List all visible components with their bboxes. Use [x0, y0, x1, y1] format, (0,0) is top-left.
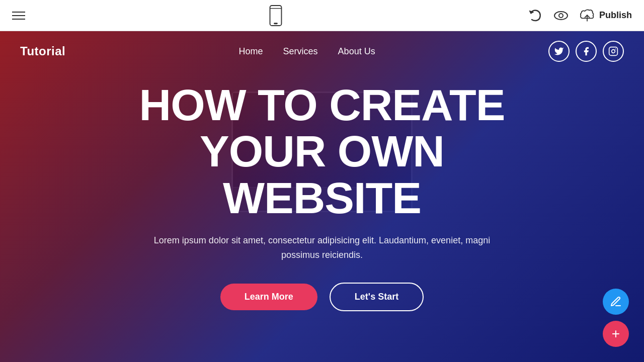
nav-links: Home Services About Us: [239, 46, 375, 57]
fab-add-button[interactable]: +: [603, 321, 629, 347]
hero-section: Tutorial Home Services About Us: [0, 31, 644, 362]
nav-about-link[interactable]: About Us: [338, 46, 375, 57]
toolbar-center: [269, 5, 283, 26]
learn-more-button[interactable]: Learn More: [220, 284, 317, 310]
preview-button[interactable]: [553, 8, 569, 24]
hero-content: HOW TO CREATE YOUR OWN WEBSITE Lorem ips…: [96, 82, 548, 311]
svg-rect-7: [609, 47, 618, 56]
hero-subtitle: Lorem ipsum dolor sit amet, consectetur …: [141, 233, 503, 262]
menu-icon[interactable]: [12, 12, 25, 20]
social-links: [548, 41, 624, 62]
facebook-button[interactable]: [576, 41, 597, 62]
nav-home-link[interactable]: Home: [239, 46, 263, 57]
lets-start-button[interactable]: Let's Start: [330, 283, 424, 311]
nav-services-link[interactable]: Services: [283, 46, 318, 57]
hero-buttons: Learn More Let's Start: [96, 283, 548, 311]
website-preview: Tutorial Home Services About Us: [0, 31, 644, 362]
undo-button[interactable]: [527, 8, 543, 24]
twitter-button[interactable]: [548, 41, 570, 62]
site-logo: Tutorial: [20, 44, 65, 58]
svg-rect-1: [274, 23, 278, 24]
hero-title-line1: HOW TO CREATE: [139, 80, 505, 130]
svg-point-5: [559, 14, 563, 18]
toolbar: Publish: [0, 0, 644, 31]
site-navigation: Tutorial Home Services About Us: [0, 31, 644, 71]
hero-title: HOW TO CREATE YOUR OWN WEBSITE: [96, 82, 548, 221]
svg-point-4: [554, 12, 568, 20]
fab-container: +: [603, 289, 629, 347]
publish-button[interactable]: Publish: [579, 8, 632, 24]
publish-label: Publish: [599, 10, 632, 21]
toolbar-left: [12, 12, 25, 20]
hero-title-line2: YOUR OWN WEBSITE: [200, 127, 444, 223]
fab-edit-button[interactable]: [603, 289, 629, 315]
mobile-preview-button[interactable]: [269, 5, 283, 26]
instagram-button[interactable]: [603, 41, 624, 62]
toolbar-right: Publish: [527, 8, 632, 24]
